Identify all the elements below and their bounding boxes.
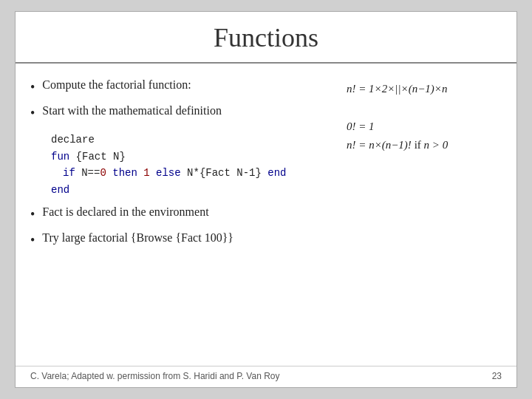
code-line-2: fun {Fact N} — [51, 149, 339, 165]
bullet-dot-1: • — [30, 78, 35, 97]
math-group-2: 0! = 1 n! = n×(n−1)! if n > 0 — [347, 120, 448, 151]
code-line-1: declare — [51, 132, 339, 148]
slide-footer: C. Varela; Adapted w. permission from S.… — [16, 366, 516, 387]
bullet-4: • Try large factorial {Browse {Fact 100}… — [30, 230, 339, 250]
slide-content: • Compute the factorial function: • Star… — [16, 64, 516, 366]
code-block: declare fun {Fact N} if N==0 then 1 else… — [51, 132, 339, 198]
code-line-3: if N==0 then 1 else N*{Fact N-1} end — [51, 165, 339, 181]
math-formula-2: 0! = 1 — [347, 120, 448, 133]
bullet-text-1: Compute the factorial function: — [42, 77, 191, 93]
footer-page: 23 — [492, 371, 502, 381]
left-column: • Compute the factorial function: • Star… — [30, 77, 339, 358]
slide: Functions • Compute the factorial functi… — [15, 11, 517, 388]
bullet-2: • Start with the mathematical definition — [30, 103, 339, 123]
bullet-1: • Compute the factorial function: — [30, 77, 339, 97]
footer-credit: C. Varela; Adapted w. permission from S.… — [30, 371, 280, 381]
math-formula-1: n! = 1×2×||×(n−1)×n — [347, 83, 448, 95]
right-column: n! = 1×2×||×(n−1)×n 0! = 1 n! = n×(n−1)!… — [339, 77, 502, 358]
math-block: n! = 1×2×||×(n−1)×n 0! = 1 n! = n×(n−1)!… — [347, 83, 448, 151]
bullet-text-3: Fact is declared in the environment — [42, 204, 208, 220]
bullet-dot-3: • — [30, 205, 35, 224]
code-line-4: end — [51, 182, 339, 198]
bullet-dot-2: • — [30, 104, 35, 123]
bullet-dot-4: • — [30, 231, 35, 250]
title-bar: Functions — [16, 12, 516, 64]
slide-title: Functions — [30, 22, 502, 53]
bullet-text-4: Try large factorial {Browse {Fact 100}} — [42, 230, 233, 246]
math-formula-3: n! = n×(n−1)! if n > 0 — [347, 139, 448, 151]
bullet-text-2: Start with the mathematical definition — [42, 103, 222, 119]
bullet-3: • Fact is declared in the environment — [30, 204, 339, 224]
